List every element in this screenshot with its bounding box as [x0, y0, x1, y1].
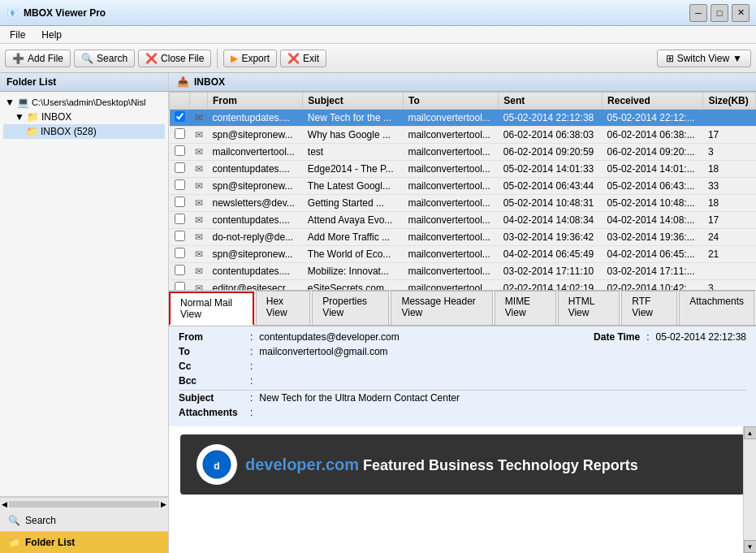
inbox-selected-label: INBOX (528) [41, 126, 97, 137]
scroll-left-icon: ◀ [2, 500, 7, 508]
expand-icon-2: ▼ [15, 111, 24, 123]
view-tab-mime-view[interactable]: MIME View [495, 291, 556, 325]
table-row[interactable]: ✉ contentupdates.... Edge2014 - The P...… [170, 161, 756, 178]
search-tab[interactable]: 🔍 Search [0, 510, 168, 532]
close-window-button[interactable]: ✕ [732, 4, 750, 22]
col-header-from[interactable]: From [208, 93, 303, 110]
table-row[interactable]: ✉ spn@sitepronew... The Latest Googl... … [170, 178, 756, 195]
table-row[interactable]: ✉ contentupdates.... Mobilize: Innovat..… [170, 263, 756, 280]
email-checkbox[interactable] [170, 212, 190, 229]
table-row[interactable]: ✉ editor@esitesecr... eSiteSecrets.com .… [170, 280, 756, 292]
email-checkbox[interactable] [170, 263, 190, 280]
email-to: mailconvertertool... [403, 161, 498, 178]
table-row[interactable]: ✉ mailconvertertool... test mailconverte… [170, 144, 756, 161]
view-tab-properties-view[interactable]: Properties View [312, 291, 389, 325]
email-checkbox[interactable] [170, 144, 190, 161]
scroll-up-arrow[interactable]: ▲ [744, 426, 757, 439]
tree-item-inbox-parent[interactable]: ▼ 📁 INBOX [3, 110, 165, 124]
col-header-size[interactable]: Size(KB) [703, 93, 756, 110]
title-bar-left: 📧 MBOX Viewer Pro [6, 7, 106, 19]
email-size [703, 110, 756, 127]
email-size: 24 [703, 229, 756, 246]
email-subject: Why has Google ... [303, 127, 404, 144]
table-row[interactable]: ✉ spn@sitepronew... Why has Google ... m… [170, 127, 756, 144]
switch-view-button[interactable]: ⊞ Switch View ▼ [657, 50, 751, 67]
col-header-sent[interactable]: Sent [499, 93, 603, 110]
title-bar: 📧 MBOX Viewer Pro ─ □ ✕ [0, 0, 756, 26]
email-checkbox[interactable] [170, 195, 190, 212]
email-icon: ✉ [190, 246, 208, 263]
email-icon: ✉ [190, 195, 208, 212]
table-row[interactable]: ✉ contentupdates.... Attend Avaya Evo...… [170, 212, 756, 229]
view-tab-rtf-view[interactable]: RTF View [621, 291, 677, 325]
view-tab-hex-view[interactable]: Hex View [256, 291, 311, 325]
right-panel: 📥 INBOX From Subject To Sent Received Si… [169, 73, 756, 553]
email-icon: ✉ [190, 178, 208, 195]
menu-help[interactable]: Help [38, 28, 65, 42]
view-tab-message-header-view[interactable]: Message Header View [391, 291, 492, 325]
email-checkbox[interactable] [170, 161, 190, 178]
view-tab-attachments[interactable]: Attachments [679, 291, 754, 325]
col-header-subject[interactable]: Subject [303, 93, 404, 110]
email-size: 33 [703, 178, 756, 195]
table-row[interactable]: ✉ do-not-reply@de... Add More Traffic ..… [170, 229, 756, 246]
close-file-button[interactable]: ❌ Close File [138, 50, 211, 67]
email-table-container[interactable]: From Subject To Sent Received Size(KB) ✉… [169, 92, 756, 291]
email-icon: ✉ [190, 110, 208, 127]
svg-text:d: d [214, 460, 219, 472]
datetime-colon: : [646, 331, 649, 343]
folder-list-tab-label: Folder List [25, 537, 75, 548]
subject-colon: : [250, 392, 253, 404]
folder-icon-selected: 📁 [26, 126, 38, 137]
menu-file[interactable]: File [6, 28, 28, 42]
search-button[interactable]: 🔍 Search [74, 50, 135, 67]
bottom-scrollbar[interactable]: ◀ ▶ [0, 497, 168, 510]
search-tab-icon: 🔍 [8, 515, 20, 526]
exit-button[interactable]: ❌ Exit [280, 50, 326, 67]
add-file-button[interactable]: ➕ Add File [5, 50, 71, 67]
app-title: MBOX Viewer Pro [24, 7, 106, 19]
inbox-icon: 📥 [177, 76, 189, 88]
minimize-button[interactable]: ─ [689, 4, 707, 22]
preview-attachments-field: Attachments : [179, 407, 746, 418]
table-row[interactable]: ✉ newsletters@dev... Getting Started ...… [170, 195, 756, 212]
inbox-parent-label: INBOX [41, 111, 71, 123]
col-header-received[interactable]: Received [603, 93, 703, 110]
scroll-down-arrow[interactable]: ▼ [744, 540, 757, 553]
table-row[interactable]: ✉ contentupdates.... New Tech for the ..… [170, 110, 756, 127]
email-checkbox[interactable] [170, 110, 190, 127]
email-icon: ✉ [190, 144, 208, 161]
export-button[interactable]: ▶ Export [223, 50, 277, 67]
email-checkbox[interactable] [170, 246, 190, 263]
attachments-label: Attachments [179, 407, 244, 418]
preview-fields: From : contentupdates@developer.com Date… [169, 326, 756, 426]
subject-label: Subject [179, 392, 244, 404]
email-icon: ✉ [190, 161, 208, 178]
preview-scrollbar[interactable]: ▲ ▼ [743, 426, 756, 553]
email-to: mailconvertertool... [403, 229, 498, 246]
email-to: mailconvertertool... [403, 212, 498, 229]
tree-item-drive[interactable]: ▼ 💻 C:\Users\admin\Desktop\Nisl [3, 95, 165, 110]
email-received: 03-02-2014 19:36:... [603, 229, 703, 246]
email-checkbox[interactable] [170, 229, 190, 246]
email-icon: ✉ [190, 212, 208, 229]
preview-to-field: To : mailconvertertool@gmail.com [179, 346, 746, 357]
folder-list-tab[interactable]: 📁 Folder List [0, 532, 168, 553]
preview-bcc-field: Bcc : [179, 375, 746, 387]
col-header-to[interactable]: To [403, 93, 498, 110]
maximize-button[interactable]: □ [711, 4, 728, 22]
left-panel-bottom: ◀ ▶ 🔍 Search 📁 Folder List [0, 496, 168, 553]
preview-from-field: From : contentupdates@developer.com [179, 331, 400, 343]
email-received: 02-02-2014 10:42:... [603, 280, 703, 292]
view-tab-normal-mail-view[interactable]: Normal Mail View [169, 292, 254, 326]
table-row[interactable]: ✉ spn@sitepronew... The World of Eco... … [170, 246, 756, 263]
title-bar-controls: ─ □ ✕ [689, 4, 750, 22]
preview-divider [179, 390, 746, 391]
tree-item-inbox-selected[interactable]: 📁 INBOX (528) [3, 124, 165, 139]
email-checkbox[interactable] [170, 178, 190, 195]
email-to: mailconvertertool... [403, 178, 498, 195]
email-checkbox[interactable] [170, 280, 190, 292]
view-tab-html-view[interactable]: HTML View [558, 291, 620, 325]
from-colon: : [250, 331, 253, 343]
email-checkbox[interactable] [170, 127, 190, 144]
